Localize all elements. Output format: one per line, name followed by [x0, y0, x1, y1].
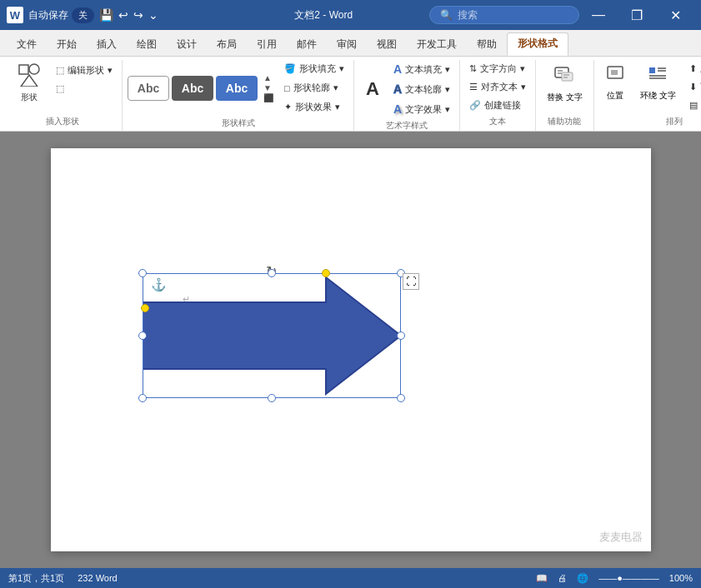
shape-fill-btn[interactable]: 🪣 形状填充 ▾: [280, 60, 348, 77]
group-text-content: ⇅ 文字方向 ▾ ☰ 对齐文本 ▾ 🔗 创建链接: [465, 60, 530, 114]
svg-rect-4: [562, 72, 573, 81]
art-text-btn-3[interactable]: A 文字效果 ▾: [389, 100, 454, 118]
text-link-btn[interactable]: 🔗 创建链接: [465, 97, 530, 114]
group-art-text: A A 文本填充 ▾ A 文本轮廓 ▾ A 文字效果 ▾: [354, 60, 460, 131]
handle-tm[interactable]: [268, 269, 276, 277]
tab-view[interactable]: 视图: [367, 34, 407, 56]
style-box-2[interactable]: Abc: [172, 76, 213, 101]
view-web-icon[interactable]: 🌐: [577, 573, 588, 584]
handle-ml[interactable]: [138, 331, 147, 340]
restore-button[interactable]: ❐: [618, 0, 656, 30]
text-direction-label: 文字方向: [480, 62, 517, 75]
tab-file[interactable]: 文件: [7, 34, 47, 56]
art-text-btn-1[interactable]: A 文本填充 ▾: [389, 60, 454, 78]
bring-up-btn[interactable]: ⬆ 上移一层 ▾: [685, 60, 701, 77]
search-input[interactable]: [458, 9, 566, 21]
group-accessibility-content: 替换 文字: [541, 60, 588, 114]
handle-tl[interactable]: [138, 269, 147, 277]
search-icon: 🔍: [440, 9, 453, 21]
selection-border: [143, 273, 401, 398]
more-icon[interactable]: ⌄: [148, 8, 158, 22]
search-box[interactable]: 🔍: [429, 6, 579, 24]
text-align-btn[interactable]: ☰ 对齐文本 ▾: [465, 78, 530, 96]
position-btn[interactable]: 位置: [599, 60, 631, 106]
undo-icon[interactable]: ↩: [118, 8, 128, 22]
close-button[interactable]: ✕: [656, 0, 694, 30]
handle-yellow-2[interactable]: [322, 269, 330, 277]
text-link-label: 创建链接: [484, 99, 521, 112]
wrap-text-label: 环绕 文字: [640, 90, 676, 102]
style-scroll-down[interactable]: ▼: [262, 83, 275, 92]
tab-layout[interactable]: 布局: [207, 34, 247, 56]
style-box-3[interactable]: Abc: [216, 76, 258, 101]
art-text-col: A 文本填充 ▾ A 文本轮廓 ▾ A 文字效果 ▾: [389, 60, 454, 118]
save-icon[interactable]: 💾: [99, 8, 113, 22]
shape-container[interactable]: ⛶: [143, 273, 401, 398]
svg-marker-2: [21, 75, 38, 87]
edit-shape-btn[interactable]: ⬚: [52, 80, 117, 97]
group-shape-style-content: Abc Abc Abc ▲ ▼ ⬛ 🪣 形状填充 ▾ □ 形状轮廓: [128, 60, 348, 116]
ribbon-tabs: 文件 开始 插入 绘图 设计 布局 引用 邮件 审阅 视图 开发工具 帮助 形状…: [0, 30, 701, 57]
handle-yellow-1[interactable]: [141, 304, 149, 312]
position-label: 位置: [607, 90, 623, 102]
art-text-btn-2[interactable]: A 文本轮廓 ▾: [389, 80, 454, 98]
art-effect-arrow: ▾: [445, 104, 450, 115]
zoom-slider[interactable]: ——●————: [598, 573, 659, 583]
svg-point-1: [29, 64, 39, 74]
shape-format-col: 🪣 形状填充 ▾ □ 形状轮廓 ▾ ✦ 形状效果 ▾: [280, 60, 348, 116]
layout-options-icon[interactable]: ⛶: [403, 273, 419, 290]
group-art-text-content: A A 文本填充 ▾ A 文本轮廓 ▾ A 文字效果 ▾: [359, 60, 454, 118]
group-accessibility: 替换 文字 辅助功能: [536, 60, 594, 131]
handle-mr[interactable]: [397, 331, 405, 340]
redo-icon[interactable]: ↪: [133, 8, 143, 22]
tab-mailings[interactable]: 邮件: [287, 34, 327, 56]
minimize-button[interactable]: —: [579, 0, 618, 30]
replace-text-btn[interactable]: 替换 文字: [541, 60, 588, 107]
autosave-area: 自动保存 关: [28, 7, 94, 23]
tab-draw[interactable]: 绘图: [127, 34, 167, 56]
word-logo: W: [7, 7, 23, 23]
view-read-icon[interactable]: 📖: [536, 573, 548, 584]
wrap-text-btn[interactable]: 环绕 文字: [634, 60, 682, 106]
group-accessibility-label: 辅助功能: [541, 114, 588, 129]
art-letter-1: A: [366, 78, 379, 100]
tab-references[interactable]: 引用: [247, 34, 287, 56]
shape-effect-btn[interactable]: ✦ 形状效果 ▾: [280, 98, 348, 116]
send-down-btn[interactable]: ⬇ 下移一层 ▾: [685, 78, 701, 96]
tab-home[interactable]: 开始: [47, 34, 87, 56]
replace-text-label: 替换 文字: [547, 92, 583, 103]
art-text-icon-2: A: [393, 82, 402, 96]
shape-outline-label: 形状轮廓: [293, 82, 330, 94]
style-scroll-expand[interactable]: ⬛: [262, 93, 275, 102]
tab-design[interactable]: 设计: [167, 34, 207, 56]
art-text-preview-1[interactable]: A: [359, 76, 386, 102]
window-controls: — ❐ ✕: [579, 0, 694, 30]
shape-icon: [18, 63, 41, 90]
style-scroll-up[interactable]: ▲: [262, 73, 275, 82]
group-text-label: 文本: [465, 114, 530, 129]
tab-review[interactable]: 审阅: [327, 34, 367, 56]
edit-points-btn[interactable]: ⬚ 编辑形状 ▾: [52, 62, 117, 79]
edit-points-icon: ⬚: [56, 65, 64, 76]
svg-rect-7: [649, 67, 655, 73]
autosave-toggle[interactable]: 关: [72, 7, 94, 23]
shape-fill-arrow: ▾: [339, 63, 344, 74]
tab-help[interactable]: 帮助: [467, 34, 507, 56]
handle-bm[interactable]: [268, 394, 276, 402]
tab-shape-format[interactable]: 形状格式: [507, 32, 568, 56]
status-bar: 第1页，共1页 232 Word 📖 🖨 🌐 ——●———— 100%: [0, 568, 701, 588]
select-pane-btn[interactable]: ▤ 选择窗格: [685, 97, 701, 114]
style-box-1[interactable]: Abc: [128, 76, 169, 101]
shape-effect-icon: ✦: [284, 102, 292, 112]
shape-button[interactable]: 形状: [8, 60, 50, 107]
style-scroll: ▲ ▼ ⬛: [262, 73, 275, 102]
watermark-text: 麦麦电器: [599, 531, 643, 543]
handle-br[interactable]: [397, 394, 405, 402]
text-direction-btn[interactable]: ⇅ 文字方向 ▾: [465, 60, 530, 77]
shape-outline-btn[interactable]: □ 形状轮廓 ▾: [280, 79, 348, 97]
view-print-icon[interactable]: 🖨: [558, 573, 567, 583]
handle-bl[interactable]: [138, 394, 147, 402]
tab-insert[interactable]: 插入: [87, 34, 127, 56]
text-direction-arrow: ▾: [520, 63, 525, 74]
tab-developer[interactable]: 开发工具: [407, 34, 467, 56]
